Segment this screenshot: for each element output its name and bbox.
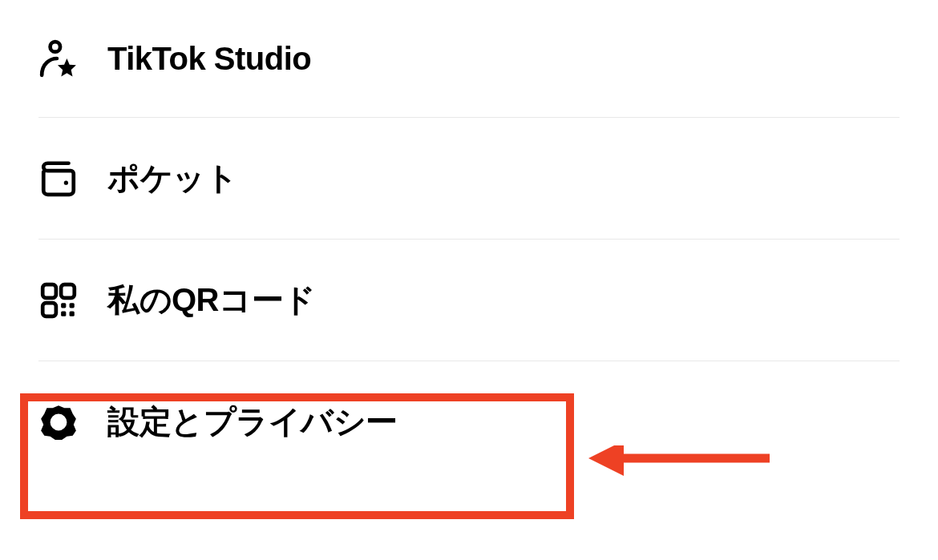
svg-rect-4 (42, 303, 56, 316)
menu-item-label: 設定とプライバシー (107, 400, 398, 444)
creator-star-icon (38, 38, 79, 79)
settings-gear-icon (38, 402, 79, 442)
menu-item-label: ポケット (107, 156, 237, 200)
menu-item-label: 私のQRコード (107, 278, 316, 322)
svg-rect-2 (42, 284, 56, 298)
menu-list: TikTok Studio ポケット 私のQRコード (0, 0, 938, 482)
svg-rect-7 (61, 311, 66, 316)
menu-item-qr-code[interactable]: 私のQRコード (38, 240, 900, 361)
wallet-icon (38, 159, 79, 199)
menu-item-settings-privacy[interactable]: 設定とプライバシー (38, 361, 900, 482)
svg-point-1 (64, 180, 68, 184)
svg-rect-8 (70, 311, 75, 316)
svg-rect-5 (61, 303, 66, 308)
qr-code-icon (38, 280, 79, 320)
svg-point-0 (51, 42, 61, 51)
menu-item-label: TikTok Studio (107, 41, 311, 77)
menu-item-wallet[interactable]: ポケット (38, 118, 900, 240)
menu-item-tiktok-studio[interactable]: TikTok Studio (38, 0, 900, 118)
svg-rect-3 (61, 284, 75, 298)
svg-rect-6 (70, 303, 75, 308)
